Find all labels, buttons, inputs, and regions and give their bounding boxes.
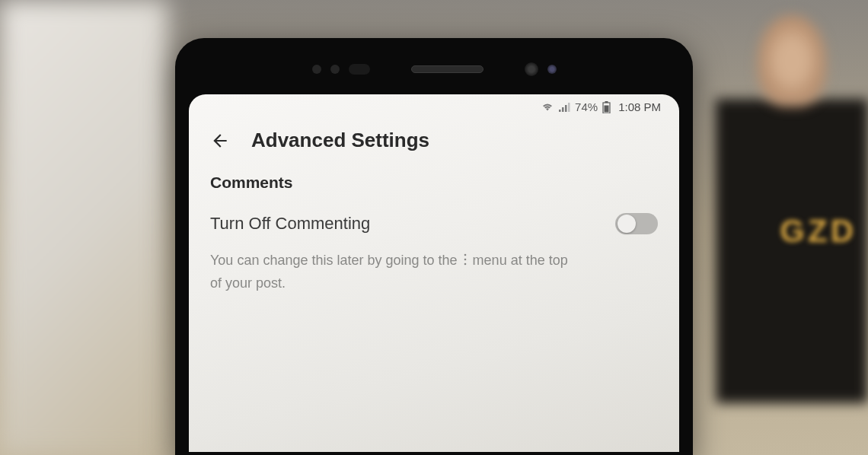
phone-screen: 74% 1:08 PM Advanced Settings: [189, 94, 679, 452]
wifi-icon: [541, 103, 554, 112]
svg-point-9: [464, 263, 466, 266]
sensor-oval: [349, 64, 370, 75]
sensor-camera-small: [547, 65, 557, 74]
setting-row-commenting: Turn Off Commenting: [210, 213, 658, 234]
sensor-dot: [330, 65, 340, 74]
battery-icon: [602, 101, 611, 113]
svg-rect-0: [559, 110, 561, 112]
section-title-comments: Comments: [210, 173, 658, 192]
setting-label-commenting: Turn Off Commenting: [210, 214, 370, 234]
background-figurine: [758, 15, 826, 107]
description-text-part1: You can change this later by going to th…: [210, 253, 458, 268]
background-box-right: [716, 99, 868, 403]
svg-rect-3: [568, 103, 570, 112]
sensor-dot: [312, 65, 321, 74]
more-menu-icon: [463, 250, 468, 272]
svg-rect-2: [565, 105, 567, 112]
signal-icon: [558, 103, 570, 112]
back-button[interactable]: [210, 131, 230, 151]
front-camera: [525, 62, 538, 76]
svg-rect-1: [562, 107, 564, 112]
background-box-text: GZD: [780, 213, 857, 250]
toggle-knob: [617, 215, 636, 233]
status-time: 1:08 PM: [618, 100, 661, 113]
phone-sensors-area: [189, 53, 679, 94]
svg-rect-6: [605, 105, 609, 112]
setting-description: You can change this later by going to th…: [210, 250, 576, 294]
status-bar: 74% 1:08 PM: [189, 94, 679, 118]
phone-frame: 74% 1:08 PM Advanced Settings: [175, 38, 693, 455]
svg-point-7: [464, 254, 466, 256]
phone-device: 74% 1:08 PM Advanced Settings: [175, 38, 693, 455]
toggle-commenting[interactable]: [615, 213, 658, 234]
page-header: Advanced Settings: [189, 118, 679, 164]
svg-point-8: [464, 259, 466, 261]
background-blur-left: [0, 0, 168, 455]
page-title: Advanced Settings: [251, 129, 429, 152]
phone-speaker: [411, 65, 483, 73]
battery-percent: 74%: [575, 100, 598, 113]
content-area: Comments Turn Off Commenting You can cha…: [189, 164, 679, 303]
